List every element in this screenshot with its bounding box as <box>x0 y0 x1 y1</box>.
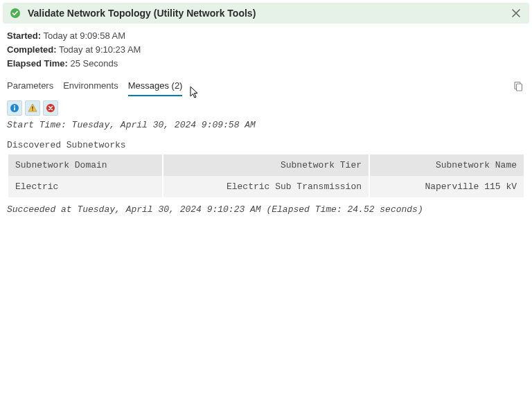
started-value: Today at 9:09:58 AM <box>44 30 126 41</box>
svg-rect-7 <box>32 109 33 110</box>
col-header-name: Subnetwork Name <box>370 154 524 176</box>
svg-rect-4 <box>14 107 15 111</box>
col-header-domain: Subnetwork Domain <box>8 154 162 176</box>
filter-info-button[interactable] <box>7 100 22 116</box>
elapsed-value: 25 Seconds <box>71 58 118 69</box>
cell-domain: Electric <box>8 176 162 197</box>
copy-messages-button[interactable] <box>513 81 525 94</box>
message-start-time: Start Time: Tuesday, April 30, 2024 9:09… <box>7 120 525 130</box>
message-succeeded: Succeeded at Tuesday, April 30, 2024 9:1… <box>7 204 525 215</box>
table-header-row: Subnetwork Domain Subnetwork Tier Subnet… <box>8 154 524 176</box>
header-bar: Validate Network Topology (Utility Netwo… <box>3 3 529 24</box>
tab-environments[interactable]: Environments <box>63 78 118 96</box>
dialog-title: Validate Network Topology (Utility Netwo… <box>28 8 510 19</box>
svg-point-5 <box>14 105 15 107</box>
tab-strip: Parameters Environments Messages (2) <box>7 78 513 96</box>
filter-warning-button[interactable] <box>25 100 40 116</box>
table-row: Electric Electric Sub Transmission Naper… <box>8 176 524 197</box>
tab-parameters[interactable]: Parameters <box>7 78 53 96</box>
cell-tier: Electric Sub Transmission <box>163 176 369 197</box>
cell-name: Naperville 115 kV <box>370 176 524 197</box>
completed-label: Completed: <box>7 44 57 55</box>
close-button[interactable] <box>510 7 522 19</box>
col-header-tier: Subnetwork Tier <box>163 154 369 176</box>
discovered-subnetworks-heading: Discovered Subnetworks <box>7 140 525 150</box>
svg-rect-2 <box>517 84 522 91</box>
started-label: Started: <box>7 30 41 41</box>
completed-value: Today at 9:10:23 AM <box>59 44 141 55</box>
success-icon <box>10 8 21 19</box>
elapsed-label: Elapsed Time: <box>7 58 68 69</box>
svg-rect-6 <box>32 107 33 109</box>
tab-messages[interactable]: Messages (2) <box>128 78 183 96</box>
subnetworks-table: Subnetwork Domain Subnetwork Tier Subnet… <box>7 154 525 197</box>
filter-error-button[interactable] <box>43 100 58 116</box>
run-metadata: Started: Today at 9:09:58 AM Completed: … <box>3 28 529 73</box>
